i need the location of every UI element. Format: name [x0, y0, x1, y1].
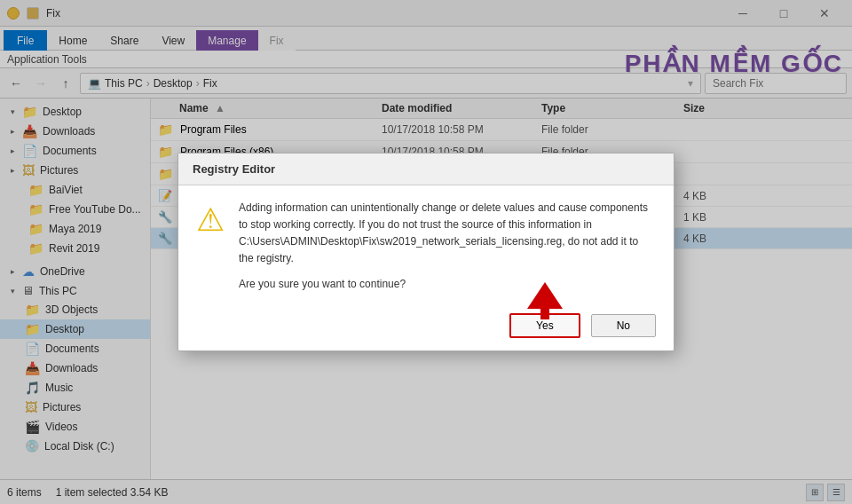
dialog-message: Adding information can unintentionally c… [239, 200, 656, 268]
warning-icon: ⚠ [196, 201, 225, 239]
dialog-footer: Yes No [178, 304, 674, 350]
svg-marker-0 [527, 282, 563, 309]
svg-rect-1 [540, 309, 549, 319]
dialog-body: ⚠ Adding information can unintentionally… [178, 185, 674, 305]
dialog-overlay: Registry Editor ⚠ Adding information can… [0, 0, 852, 504]
dialog-title: Registry Editor [178, 154, 674, 185]
dialog-content: Adding information can unintentionally c… [239, 200, 656, 291]
dialog-question: Are you sure you want to continue? [239, 278, 656, 290]
no-button[interactable]: No [591, 314, 656, 337]
arrow-icon [523, 278, 567, 330]
registry-dialog: Registry Editor ⚠ Adding information can… [178, 153, 674, 352]
